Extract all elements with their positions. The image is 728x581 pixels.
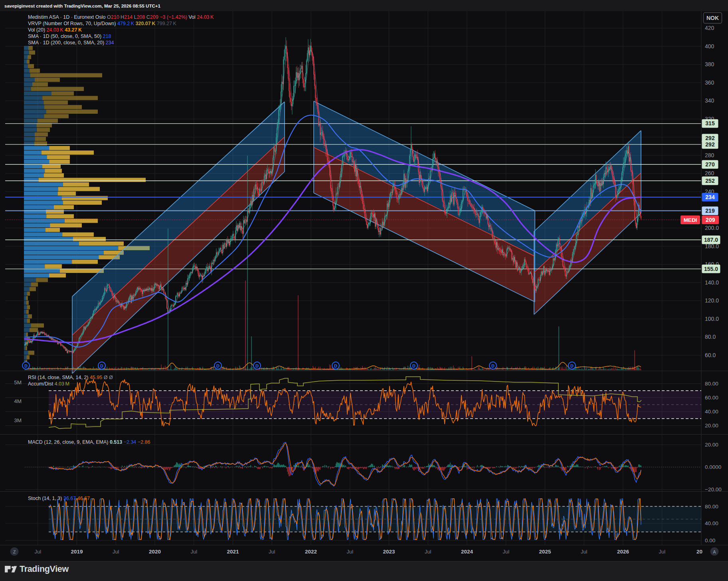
svg-text:TradingView: TradingView (20, 564, 69, 574)
svg-text:80.00: 80.00 (705, 381, 718, 387)
svg-text:Medistim ASA · 1D · Euronext O: Medistim ASA · 1D · Euronext Oslo O210 H… (28, 14, 214, 20)
svg-text:2023: 2023 (383, 549, 395, 555)
svg-text:340: 340 (705, 97, 714, 104)
svg-text:280: 280 (705, 152, 714, 158)
svg-text:2019: 2019 (71, 549, 83, 555)
svg-text:D: D (24, 364, 28, 368)
svg-text:155.0: 155.0 (704, 266, 718, 272)
svg-text:140.0: 140.0 (705, 279, 719, 286)
svg-text:MACD (12, 26, close, 9, EMA, E: MACD (12, 26, close, 9, EMA, EMA) 0.513 … (28, 439, 150, 445)
svg-text:252: 252 (705, 178, 715, 184)
svg-text:VRVP (Number Of Rows, 70, Up/D: VRVP (Number Of Rows, 70, Up/Down) 479.2… (28, 21, 177, 26)
svg-text:Jul: Jul (34, 549, 41, 555)
svg-text:SMA · 1D (200, close, 0, SMA,: SMA · 1D (200, close, 0, SMA, 20) 234 (28, 40, 114, 45)
svg-text:234: 234 (705, 194, 715, 200)
svg-text:2020: 2020 (149, 549, 161, 555)
svg-text:100.0: 100.0 (705, 316, 719, 322)
svg-text:D: D (491, 364, 495, 368)
svg-text:20: 20 (696, 549, 702, 555)
svg-text:D: D (412, 364, 415, 368)
svg-text:80.0: 80.0 (705, 334, 716, 340)
svg-text:4M: 4M (14, 398, 22, 404)
svg-text:400: 400 (705, 43, 714, 49)
svg-text:360: 360 (705, 79, 714, 86)
svg-text:80.00: 80.00 (705, 504, 718, 510)
svg-text:2022: 2022 (305, 549, 317, 555)
svg-text:380: 380 (705, 61, 714, 67)
svg-text:315: 315 (705, 120, 715, 126)
svg-text:NOK: NOK (706, 15, 719, 21)
svg-text:420: 420 (705, 25, 714, 31)
svg-text:292: 292 (705, 141, 715, 148)
svg-text:187.0: 187.0 (704, 237, 718, 243)
svg-text:Jul: Jul (502, 549, 509, 555)
svg-text:3M: 3M (14, 417, 22, 423)
svg-text:Jul: Jul (659, 549, 665, 555)
svg-text:209: 209 (706, 217, 715, 223)
svg-text:D: D (570, 364, 574, 368)
svg-text:20.00: 20.00 (705, 423, 718, 429)
svg-text:D: D (100, 364, 103, 368)
svg-text:Jul: Jul (346, 549, 353, 555)
svg-text:SMA · 1D (50, close, 0, SMA, 5: SMA · 1D (50, close, 0, SMA, 50) 218 (28, 34, 111, 39)
svg-text:−20.00: −20.00 (705, 486, 722, 492)
svg-text:Jul: Jul (581, 549, 588, 555)
svg-text:A: A (713, 549, 716, 554)
svg-text:2026: 2026 (617, 549, 629, 555)
svg-text:0.00: 0.00 (705, 538, 715, 543)
svg-text:2024: 2024 (461, 549, 473, 555)
svg-text:5M: 5M (14, 379, 22, 385)
svg-text:Jul: Jul (113, 549, 119, 555)
svg-text:D: D (334, 364, 337, 368)
svg-text:Jul: Jul (190, 549, 197, 555)
svg-text:0.0000: 0.0000 (705, 464, 721, 470)
svg-text:2021: 2021 (227, 549, 239, 555)
svg-text:Accum/Dist 4.03 M: Accum/Dist 4.03 M (28, 381, 69, 387)
svg-text:Stoch (14, 1, 3) 36.67 46.67: Stoch (14, 1, 3) 36.67 46.67 (28, 496, 90, 501)
svg-text:RSI (14, close, SMA, 14, 2) 45: RSI (14, close, SMA, 14, 2) 45.95 Ø Ø (28, 375, 113, 380)
svg-text:270: 270 (705, 161, 715, 168)
svg-text:Vol (20) 24.03 K 43.27 K: Vol (20) 24.03 K 43.27 K (28, 27, 82, 33)
svg-text:D: D (216, 364, 220, 368)
svg-text:60.0: 60.0 (705, 352, 716, 358)
svg-text:Jul: Jul (269, 549, 275, 555)
svg-text:20.00: 20.00 (705, 442, 718, 448)
svg-text:Z: Z (13, 549, 16, 554)
svg-text:60.00: 60.00 (705, 395, 718, 401)
svg-text:D: D (255, 364, 259, 368)
svg-text:200.0: 200.0 (705, 225, 719, 231)
svg-text:120.0: 120.0 (705, 297, 719, 304)
svg-text:Jul: Jul (425, 549, 431, 555)
svg-text:40.00: 40.00 (705, 520, 718, 526)
svg-text:260: 260 (705, 170, 714, 176)
svg-text:savepiginvest created with Tra: savepiginvest created with TradingView.c… (4, 4, 160, 8)
svg-text:2025: 2025 (539, 549, 551, 555)
svg-text:40.00: 40.00 (705, 409, 718, 415)
svg-text:219: 219 (705, 208, 715, 214)
svg-text:MEDI: MEDI (684, 217, 697, 223)
